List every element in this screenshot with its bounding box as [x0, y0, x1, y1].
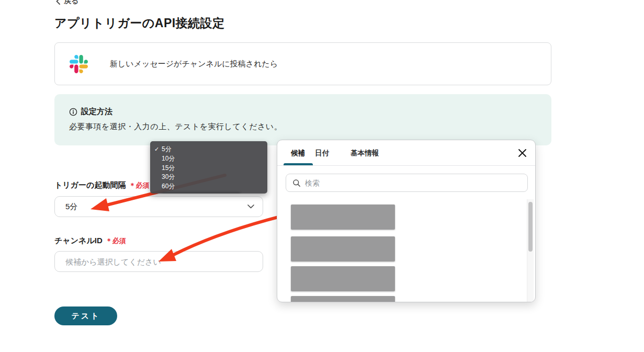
page-title: アプリトリガーのAPI接続設定: [54, 15, 225, 31]
tab-basic-info[interactable]: 基本情報: [351, 149, 379, 158]
trigger-description: 新しいメッセージがチャンネルに投稿されたら: [110, 59, 278, 69]
loading-placeholder-item: [291, 236, 395, 262]
popup-tabbar: 候補 日付 基本情報: [277, 140, 535, 166]
loading-placeholder-item: [291, 296, 395, 302]
dropdown-item[interactable]: 30分: [150, 173, 267, 182]
search-input[interactable]: [305, 179, 522, 187]
dropdown-item-label: 5分: [162, 145, 172, 153]
interval-field-label: トリガーの起動間隔＊必須: [54, 180, 149, 190]
dropdown-item[interactable]: 60分: [150, 182, 267, 191]
dropdown-item-label: 10分: [162, 155, 175, 162]
trigger-card: 新しいメッセージがチャンネルに投稿されたら: [54, 42, 551, 85]
check-icon: ✓: [154, 145, 159, 154]
slack-logo-icon: [70, 55, 88, 73]
info-icon: [69, 108, 77, 116]
test-button[interactable]: テスト: [54, 306, 117, 325]
channel-id-input[interactable]: [54, 251, 263, 272]
popup-scrollbar-track[interactable]: [527, 199, 534, 302]
info-heading: 設定方法: [69, 107, 537, 117]
interval-select-value: 5分: [65, 202, 77, 212]
popup-scrollbar-thumb[interactable]: [528, 202, 533, 252]
tab-candidates[interactable]: 候補: [291, 149, 305, 158]
back-label: 戻る: [64, 0, 78, 6]
dropdown-item-label: 30分: [162, 173, 175, 180]
active-tab-indicator: [284, 163, 313, 165]
dropdown-item[interactable]: 15分: [150, 164, 267, 173]
channel-label-text: チャンネルID: [54, 236, 103, 245]
required-badge: ＊必須: [106, 237, 126, 245]
dropdown-item[interactable]: 10分: [150, 154, 267, 164]
info-heading-text: 設定方法: [81, 107, 112, 117]
required-badge: ＊必須: [129, 181, 149, 189]
interval-select[interactable]: 5分: [54, 196, 263, 217]
loading-placeholder-item: [291, 266, 395, 291]
chevron-left-icon: [55, 0, 61, 5]
channel-field-label: チャンネルID＊必須: [54, 236, 126, 246]
tab-date[interactable]: 日付: [315, 149, 329, 158]
dropdown-item-label: 15分: [162, 164, 175, 172]
info-body-text: 必要事項を選択・入力の上、テストを実行してください。: [69, 122, 537, 132]
dropdown-item-label: 60分: [162, 183, 175, 190]
page: 戻る アプリトリガーのAPI接続設定 新しいメッセージがチャンネルに投稿されたら…: [0, 0, 644, 352]
popup-search: [286, 174, 528, 192]
search-icon: [292, 179, 301, 187]
back-link[interactable]: 戻る: [55, 0, 78, 6]
interval-label-text: トリガーの起動間隔: [54, 180, 126, 189]
dropdown-clipped-item: [162, 192, 240, 194]
close-icon[interactable]: [516, 147, 528, 158]
info-box: 設定方法 必要事項を選択・入力の上、テストを実行してください。: [54, 94, 551, 145]
dropdown-item[interactable]: ✓ 5分: [150, 145, 267, 154]
interval-dropdown-menu: ✓ 5分 10分 15分 30分 60分: [150, 141, 267, 194]
chevron-down-icon: [247, 205, 254, 209]
loading-placeholder-item: [291, 205, 395, 230]
candidate-popup: 候補 日付 基本情報: [277, 140, 536, 302]
